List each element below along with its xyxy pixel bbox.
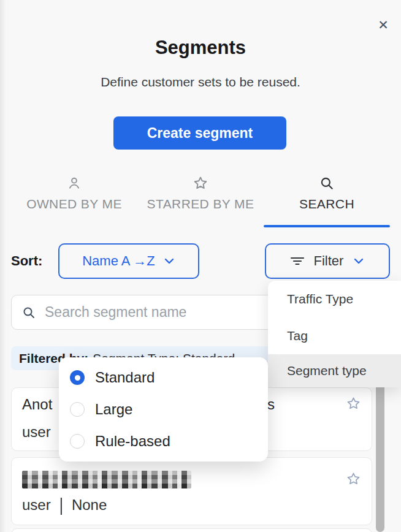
- search-icon: [21, 305, 36, 320]
- star-icon[interactable]: [346, 471, 361, 487]
- option-label: Standard: [95, 369, 155, 386]
- filter-lines-icon: [290, 254, 305, 268]
- radio-selected-icon[interactable]: [70, 370, 85, 385]
- chevron-down-icon: [353, 255, 365, 267]
- close-icon[interactable]: ✕: [375, 17, 391, 33]
- segment-subtitle: user | None: [22, 496, 107, 514]
- radio-unselected-icon[interactable]: [70, 434, 85, 449]
- tab-label: STARRED BY ME: [147, 197, 254, 211]
- sort-label: Sort:: [11, 253, 42, 269]
- option-large[interactable]: Large: [59, 393, 268, 425]
- option-standard[interactable]: Standard: [59, 362, 268, 393]
- sort-value: Name A →Z: [82, 253, 155, 269]
- tab-search[interactable]: SEARCH: [264, 175, 390, 211]
- star-icon[interactable]: [346, 396, 361, 411]
- chevron-down-icon: [163, 255, 175, 267]
- option-label: Large: [95, 401, 132, 418]
- page-title: Segments: [0, 37, 401, 59]
- pipe-divider: |: [59, 495, 63, 516]
- segment-title-fragment: Anot: [22, 396, 52, 413]
- scrollbar-thumb[interactable]: [376, 374, 384, 532]
- tab-bar: OWNED BY ME STARRED BY ME SEARCH: [11, 175, 390, 211]
- menu-item-segment-type[interactable]: Segment type: [268, 354, 401, 387]
- segment-type-text: user: [22, 496, 51, 514]
- filter-label: Filter: [314, 253, 344, 269]
- star-icon: [193, 175, 208, 191]
- person-icon: [66, 175, 82, 191]
- segment-subtitle-fragment: user: [22, 424, 51, 441]
- segment-list-item-partial: [11, 528, 372, 532]
- search-icon: [319, 175, 335, 191]
- segments-panel: ✕ Segments Define customer sets to be re…: [0, 0, 401, 532]
- redacted-segment-title: [22, 471, 191, 488]
- segment-tag-text: None: [72, 496, 107, 514]
- segment-type-popup: Standard Large Rule-based: [59, 357, 268, 462]
- filter-dropdown[interactable]: Filter: [265, 243, 390, 279]
- filter-menu: Traffic Type Tag Segment type: [268, 281, 401, 387]
- option-label: Rule-based: [95, 433, 170, 450]
- active-tab-underline: [264, 225, 390, 227]
- option-rule-based[interactable]: Rule-based: [59, 425, 268, 457]
- tab-owned-by-me[interactable]: OWNED BY ME: [11, 175, 137, 211]
- tab-label: SEARCH: [299, 197, 354, 211]
- segment-list-item[interactable]: user | None: [11, 457, 372, 525]
- menu-item-tag[interactable]: Tag: [268, 317, 401, 354]
- tab-starred-by-me[interactable]: STARRED BY ME: [137, 175, 264, 211]
- sort-dropdown[interactable]: Name A →Z: [58, 243, 199, 279]
- menu-item-traffic-type[interactable]: Traffic Type: [268, 281, 401, 317]
- radio-unselected-icon[interactable]: [70, 402, 85, 417]
- page-subtitle: Define customer sets to be reused.: [0, 75, 401, 89]
- create-segment-button[interactable]: Create segment: [113, 116, 286, 150]
- tab-label: OWNED BY ME: [26, 197, 122, 211]
